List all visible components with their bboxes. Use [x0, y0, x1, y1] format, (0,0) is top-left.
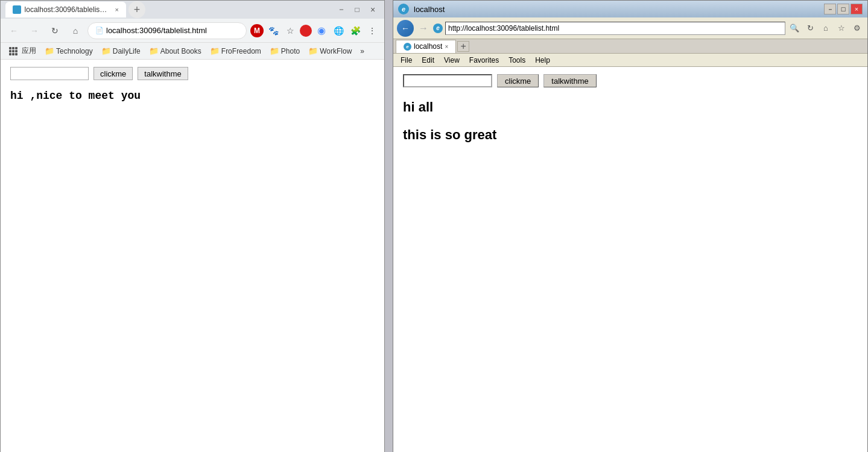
chrome-menu-icon[interactable]: ⋮	[365, 24, 379, 38]
ie-new-tab-btn[interactable]: +	[457, 41, 469, 52]
bookmark-aboutbooks-label: About Books	[160, 47, 201, 55]
chrome-window: localhost:30096/tablelist.h... × + － □ ×…	[0, 0, 385, 452]
gear-symbol: ⚙	[854, 24, 861, 33]
ie-maximize-btn[interactable]: □	[837, 4, 849, 14]
ie-close-btn[interactable]: ×	[851, 4, 863, 14]
ie-menu-tools[interactable]: Tools	[504, 55, 530, 66]
refresh-arrows: ↻	[807, 24, 814, 33]
chrome-page-content: clickme talkwithme hi ,nice to meet you	[1, 60, 384, 452]
ie-window-controls: － □ ×	[824, 4, 863, 14]
ie-tab-label: localhost	[414, 42, 442, 51]
bookmark-aboutbooks[interactable]: 📁 About Books	[145, 45, 205, 57]
address-favicon: 📄	[95, 27, 104, 34]
bookmark-folder-icon4: 📁	[210, 46, 220, 55]
home-house: ⌂	[823, 24, 828, 33]
chrome-star-icon[interactable]: ☆	[283, 24, 297, 38]
chrome-home-btn[interactable]: ⌂	[67, 22, 84, 39]
ie-title-left: e localhost	[398, 4, 445, 14]
chrome-maximize-btn[interactable]: □	[350, 5, 364, 14]
chrome-bookmarks-bar: 应用 📁 Technology 📁 DailyLife 📁 About Book…	[1, 43, 384, 60]
ie-forward-btn[interactable]: →	[416, 20, 431, 37]
bookmark-workflow[interactable]: 📁 WorkFlow	[305, 45, 355, 57]
chrome-address-input[interactable]	[106, 26, 239, 35]
ie-navbar: ← → e 🔍 ↻ ⌂ ☆ ⚙	[393, 17, 867, 39]
ie-tabbar: e localhost × +	[393, 39, 867, 54]
bookmark-folder-icon2: 📁	[101, 46, 111, 55]
ie-page-message1: hi all	[403, 99, 858, 115]
bookmark-photo-label: Photo	[281, 47, 300, 55]
chrome-titlebar: localhost:30096/tablelist.h... × + － □ ×	[1, 1, 384, 19]
chrome-page-message: hi ,nice to meet you	[10, 90, 375, 102]
bookmark-photo[interactable]: 📁 Photo	[266, 45, 303, 57]
ie-home-icon[interactable]: ⌂	[819, 22, 832, 35]
ie-page-controls: clickme talkwithme	[403, 74, 858, 87]
tab-close-btn[interactable]: ×	[115, 6, 119, 13]
bookmark-folder-icon3: 📁	[149, 46, 159, 55]
new-tab-btn[interactable]: +	[128, 1, 145, 18]
ie-page-content: clickme talkwithme hi all this is so gre…	[393, 67, 867, 452]
chrome-forward-btn[interactable]: →	[26, 22, 43, 39]
bookmark-dailylife[interactable]: 📁 DailyLife	[98, 45, 144, 57]
ie-tab-close-btn[interactable]: ×	[445, 43, 448, 50]
chrome-status-icon[interactable]	[300, 25, 312, 37]
chrome-reload-btn[interactable]: ↻	[46, 22, 63, 39]
chrome-sync-icon[interactable]: ◉	[314, 24, 329, 38]
ie-page-message2: this is so great	[403, 127, 858, 143]
bookmark-workflow-label: WorkFlow	[320, 47, 352, 55]
ie-talkwithme-btn[interactable]: talkwithme	[543, 74, 596, 87]
chrome-page-controls: clickme talkwithme	[10, 67, 375, 80]
ie-address-input[interactable]	[445, 22, 785, 35]
ie-minimize-btn[interactable]: －	[824, 4, 836, 14]
ie-page-input[interactable]	[403, 74, 492, 87]
bookmark-technology-label: Technology	[56, 47, 93, 55]
bookmark-frofreedom-label: FroFreedom	[221, 47, 261, 55]
ie-favorites-star-icon[interactable]: ☆	[835, 22, 848, 35]
ie-titlebar: e localhost － □ ×	[393, 1, 867, 17]
chrome-tab-active[interactable]: localhost:30096/tablelist.h... ×	[5, 2, 126, 17]
chrome-close-btn[interactable]: ×	[366, 5, 379, 14]
ie-address-container: e	[433, 22, 785, 35]
ie-address-favicon: e	[433, 24, 443, 33]
bookmark-dailylife-label: DailyLife	[113, 47, 141, 55]
bookmark-apps[interactable]: 应用	[5, 45, 40, 57]
ie-menu-file[interactable]: File	[396, 55, 417, 66]
chrome-toolbar-icons: M 🐾 ☆ ◉ 🌐 🧩 ⋮	[250, 24, 379, 38]
chrome-talkwithme-btn[interactable]: talkwithme	[138, 67, 188, 80]
chrome-profile-icon[interactable]: M	[250, 24, 264, 37]
chrome-minimize-btn[interactable]: －	[335, 5, 348, 14]
ie-refresh-icon[interactable]: ↻	[803, 22, 817, 35]
chrome-globe-icon[interactable]: 🌐	[331, 24, 346, 38]
bookmark-apps-label: 应用	[22, 46, 36, 56]
ie-menu-view[interactable]: View	[439, 55, 464, 66]
chrome-address-bar[interactable]: 📄	[87, 22, 247, 39]
ie-window: e localhost － □ × ← → e 🔍 ↻ ⌂	[393, 0, 868, 452]
ie-menubar: File Edit View Favorites Tools Help	[393, 54, 867, 67]
bookmark-folder-icon: 📁	[45, 46, 54, 55]
chrome-extensions-icon[interactable]: 🧩	[348, 24, 363, 38]
bookmark-folder-icon6: 📁	[308, 46, 318, 55]
ie-search-icon[interactable]: 🔍	[788, 22, 801, 35]
tab-favicon	[13, 5, 21, 14]
bookmark-frofreedom[interactable]: 📁 FroFreedom	[206, 45, 265, 57]
chrome-page-input[interactable]	[10, 67, 89, 80]
ie-menu-edit[interactable]: Edit	[417, 55, 439, 66]
ie-menu-favorites[interactable]: Favorites	[464, 55, 504, 66]
chrome-clickme-btn[interactable]: clickme	[93, 67, 133, 80]
chrome-toolbar: ← → ↻ ⌂ 📄 M 🐾 ☆ ◉ 🌐 🧩 ⋮	[1, 19, 384, 43]
chrome-window-controls: － □ ×	[335, 5, 379, 14]
ie-menu-help[interactable]: Help	[530, 55, 555, 66]
ie-logo-icon: e	[398, 4, 409, 14]
ie-settings-icon[interactable]: ⚙	[851, 22, 864, 35]
bookmark-technology[interactable]: 📁 Technology	[41, 45, 97, 57]
bookmark-folder-icon5: 📁	[270, 46, 279, 55]
star-symbol: ☆	[838, 24, 845, 33]
bookmark-more[interactable]: »	[356, 46, 368, 57]
apps-grid-icon	[9, 47, 17, 55]
ie-clickme-btn[interactable]: clickme	[497, 74, 539, 87]
chrome-extension-icon1[interactable]: 🐾	[266, 24, 280, 38]
ie-back-btn[interactable]: ←	[397, 20, 414, 37]
ie-title-text: localhost	[414, 5, 445, 14]
bookmark-more-label: »	[360, 47, 364, 55]
chrome-back-btn[interactable]: ←	[5, 22, 22, 39]
ie-tab-localhost[interactable]: e localhost ×	[396, 40, 456, 53]
